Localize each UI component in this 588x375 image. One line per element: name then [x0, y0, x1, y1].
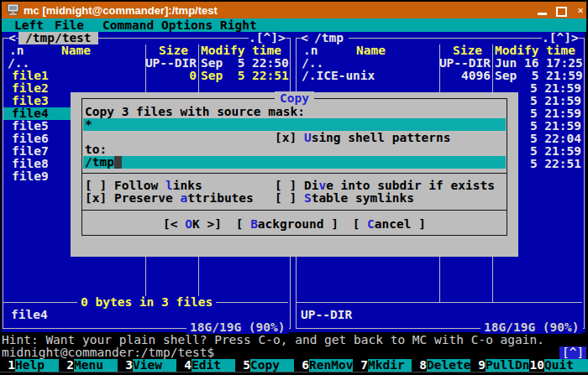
file-name: file4: [12, 107, 49, 120]
copy-dialog: Copy Copy 3 files with source mask: * [x…: [71, 92, 518, 257]
fkey-edit[interactable]: 4Edit: [176, 359, 235, 372]
left-panel-path[interactable]: /tmp/test: [18, 32, 98, 44]
hotkey-letter: O: [185, 217, 192, 231]
right-header-size[interactable]: Size: [453, 44, 482, 57]
right-panel-corner[interactable]: .[^]>: [542, 32, 579, 44]
file-name: /..: [8, 57, 29, 70]
hotkey-letter: B: [250, 217, 258, 231]
file-name: file9: [12, 170, 49, 183]
file-name: file2: [12, 82, 49, 95]
left-header-name[interactable]: Name: [61, 44, 91, 57]
destination-value: /tmp: [85, 155, 114, 169]
fkey-mkdir[interactable]: 7Mkdir: [353, 359, 412, 372]
left-free-space: 18G/19G (90%): [186, 321, 289, 334]
stable-symlinks-checkbox[interactable]: [ ] Stable symlinks: [275, 192, 414, 205]
fkey-pulldn[interactable]: 9PullDn: [470, 359, 529, 372]
right-sort-indicator[interactable]: .n: [303, 44, 318, 57]
file-size: 4096: [420, 70, 491, 82]
terminal-icon: [7, 4, 20, 16]
hotkey-letter: v: [318, 179, 326, 192]
right-free-space: 18G/19G (90%): [480, 321, 583, 334]
history-badge[interactable]: [^]: [559, 346, 586, 359]
left-header-size[interactable]: Size: [159, 44, 188, 57]
file-mtime: Jun 16 17:25: [495, 57, 583, 70]
file-name: /..: [302, 57, 323, 70]
fkey-number: 7: [353, 359, 368, 372]
button-text: ackground ]: [258, 217, 339, 231]
fkey-number: 9: [470, 359, 486, 372]
checkbox-label: e into subdir if exists: [326, 179, 495, 192]
file-name: file5: [12, 120, 49, 133]
fkey-label: Edit: [192, 359, 235, 372]
fkey-number: 10: [529, 359, 544, 372]
preserve-attributes-checkbox[interactable]: [x] Preserve attributes: [85, 192, 254, 205]
button-text: [<: [163, 217, 185, 231]
hotkey-letter: a: [181, 191, 188, 205]
checkbox-label: ttributes: [187, 191, 254, 205]
command-prompt[interactable]: midnight@commander:/tmp/test$: [2, 346, 214, 359]
file-name: file8: [12, 158, 49, 170]
destination-input[interactable]: /tmp: [83, 156, 506, 169]
follow-links-checkbox[interactable]: [ ] Follow links: [85, 180, 202, 192]
maximize-button[interactable]: [556, 7, 567, 17]
background-button[interactable]: [ Background ]: [236, 217, 339, 231]
fkey-menu[interactable]: 2Menu: [59, 359, 118, 372]
file-size: UP--DIR: [126, 57, 197, 70]
left-panel-corner[interactable]: .[^]>: [249, 32, 286, 44]
left-marked-summary: 0 bytes in 3 files: [77, 296, 216, 309]
right-header-name[interactable]: Name: [356, 44, 386, 57]
fkey-quit[interactable]: 10Quit: [529, 359, 588, 372]
fkey-delete[interactable]: 8Delete: [412, 359, 470, 372]
to-label: to:: [85, 143, 107, 156]
ok-button[interactable]: [< OK >]: [163, 217, 222, 231]
fkey-number: 2: [59, 359, 74, 372]
menu-left[interactable]: Left: [14, 18, 44, 32]
file-name: /.ICE-unix: [302, 70, 375, 82]
file-name: file3: [12, 95, 49, 107]
fkey-label: Delete: [427, 359, 470, 372]
fkey-label: Mkdir: [368, 359, 412, 372]
fkey-label: View: [133, 359, 176, 372]
fkey-number: 1: [0, 359, 15, 372]
checkbox-state: [ ] Di: [275, 179, 318, 192]
left-header-mtime[interactable]: Modify time: [201, 44, 281, 57]
checkbox-label: table symlinks: [312, 191, 414, 205]
fkey-renmov[interactable]: 6RenMov: [294, 359, 353, 372]
fkey-view[interactable]: 3View: [118, 359, 176, 372]
checkbox-label: sing shell patterns: [312, 131, 451, 144]
fkey-number: 4: [176, 359, 192, 372]
shell-patterns-checkbox[interactable]: [x] Using shell patterns: [275, 132, 451, 144]
fkey-copy[interactable]: 5Copy: [235, 359, 294, 372]
cancel-button[interactable]: [ Cancel ]: [353, 217, 426, 231]
fkey-label: Menu: [74, 359, 118, 372]
source-mask-input[interactable]: *: [83, 118, 506, 131]
file-name: file6: [12, 133, 49, 145]
left-panel-back-arrow[interactable]: <: [8, 32, 16, 44]
checkbox-state: [ ] Follow: [85, 179, 165, 192]
button-text: K >]: [192, 217, 222, 231]
dialog-title-text: Copy: [275, 91, 314, 105]
minimize-button[interactable]: [538, 13, 547, 15]
fkey-label: RenMov: [309, 359, 353, 372]
dialog-section-divider-1: [81, 173, 507, 174]
hint-line: Hint: Want your plain shell? Press C-o, …: [2, 334, 544, 346]
fkey-label: Help: [15, 359, 59, 372]
menu-file[interactable]: File: [55, 18, 84, 32]
right-panel-back-arrow[interactable]: <: [301, 32, 308, 44]
dive-into-subdir-checkbox[interactable]: [ ] Dive into subdir if exists: [275, 180, 495, 192]
right-panel-path[interactable]: /tmp: [309, 32, 349, 44]
fkey-help[interactable]: 1Help: [0, 359, 59, 372]
close-button[interactable]: ✕: [575, 4, 586, 17]
left-sort-indicator[interactable]: .n: [9, 44, 24, 57]
dialog-title: Copy: [71, 92, 518, 105]
menu-right[interactable]: Right: [220, 18, 257, 32]
file-name: file1: [12, 70, 49, 82]
right-summary-line: [297, 302, 582, 303]
menu-options[interactable]: Options: [161, 18, 213, 32]
hotkey-letter: S: [304, 191, 312, 205]
menu-command[interactable]: Command: [102, 18, 154, 32]
window-title: mc [midnight@commander]:/tmp/test: [24, 4, 218, 17]
button-text: [: [236, 217, 250, 231]
right-header-mtime[interactable]: Modify time: [495, 44, 575, 57]
fkey-label: Copy: [250, 359, 294, 372]
